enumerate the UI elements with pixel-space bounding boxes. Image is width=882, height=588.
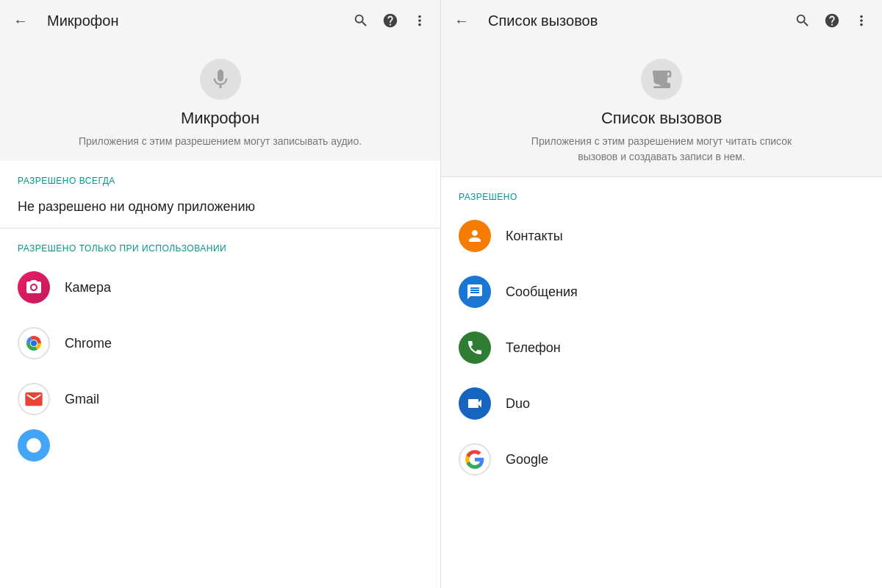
app-item-google[interactable]: Google bbox=[441, 431, 882, 487]
duo-app-name: Duo bbox=[506, 396, 530, 412]
app-item-contacts[interactable]: Контакты bbox=[441, 208, 882, 264]
app-item-phone[interactable]: Телефон bbox=[441, 320, 882, 376]
allowed-label: РАЗРЕШЕНО bbox=[441, 177, 882, 208]
app-item-chrome[interactable]: Chrome bbox=[0, 315, 440, 371]
contacts-icon bbox=[459, 220, 491, 252]
calllog-top-bar: ← Список вызовов bbox=[441, 0, 882, 41]
microphone-icon bbox=[200, 59, 241, 100]
chrome-app-name: Chrome bbox=[65, 336, 112, 351]
app-item-messages[interactable]: Сообщения bbox=[441, 264, 882, 320]
contacts-app-name: Контакты bbox=[506, 229, 563, 244]
svg-point-2 bbox=[31, 340, 37, 346]
search-button-right[interactable] bbox=[788, 6, 817, 35]
microphone-panel: ← Микрофон Микрофон Приложения с этим ра… bbox=[0, 0, 441, 588]
calllog-icon bbox=[641, 59, 682, 100]
calllog-title: Список вызовов bbox=[488, 12, 788, 29]
microphone-top-bar: ← Микрофон bbox=[0, 0, 440, 41]
messages-icon bbox=[459, 276, 491, 308]
phone-icon bbox=[459, 331, 491, 364]
messages-app-name: Сообщения bbox=[506, 284, 578, 300]
gmail-icon bbox=[18, 383, 50, 415]
duo-icon bbox=[459, 387, 491, 420]
calllog-perm-desc: Приложения с этим разрешением могут чита… bbox=[514, 134, 808, 165]
app-item-partial[interactable] bbox=[0, 427, 440, 464]
chrome-icon bbox=[18, 327, 50, 359]
google-app-name: Google bbox=[506, 452, 548, 467]
phone-app-name: Телефон bbox=[506, 340, 561, 356]
microphone-scroll-area[interactable]: РАЗРЕШЕНО ВСЕГДА Не разрешено ни одному … bbox=[0, 161, 440, 588]
help-button-left[interactable] bbox=[376, 6, 405, 35]
microphone-title: Микрофон bbox=[47, 12, 346, 29]
back-button-right[interactable]: ← bbox=[447, 6, 476, 35]
microphone-perm-header: Микрофон Приложения с этим разрешением м… bbox=[0, 41, 440, 161]
camera-app-name: Камера bbox=[65, 280, 111, 295]
back-button-left[interactable]: ← bbox=[6, 6, 35, 35]
app-item-gmail[interactable]: Gmail bbox=[0, 371, 440, 427]
more-button-right[interactable] bbox=[847, 6, 876, 35]
microphone-perm-desc: Приложения с этим разрешением могут запи… bbox=[79, 134, 362, 149]
help-button-right[interactable] bbox=[817, 6, 847, 35]
no-apps-text: Не разрешено ни одному приложению bbox=[0, 192, 440, 228]
allowed-on-use-label: РАЗРЕШЕНО ТОЛЬКО ПРИ ИСПОЛЬЗОВАНИИ bbox=[0, 229, 440, 259]
app-item-duo[interactable]: Duo bbox=[441, 376, 882, 431]
always-allowed-label: РАЗРЕШЕНО ВСЕГДА bbox=[0, 161, 440, 192]
calllog-perm-header: Список вызовов Приложения с этим разреше… bbox=[441, 41, 882, 176]
microphone-perm-title: Микрофон bbox=[181, 109, 259, 128]
more-button-left[interactable] bbox=[405, 6, 434, 35]
calllog-scroll-area[interactable]: РАЗРЕШЕНО Контакты Сообщения bbox=[441, 177, 882, 588]
camera-icon bbox=[18, 271, 50, 304]
calllog-perm-title: Список вызовов bbox=[601, 109, 722, 128]
google-icon bbox=[459, 443, 491, 476]
search-button-left[interactable] bbox=[346, 6, 376, 35]
gmail-app-name: Gmail bbox=[65, 392, 99, 407]
call-log-panel: ← Список вызовов Список вызовов Прило bbox=[441, 0, 882, 588]
partial-app-icon bbox=[18, 429, 50, 462]
app-item-camera[interactable]: Камера bbox=[0, 259, 440, 315]
svg-point-3 bbox=[26, 438, 41, 453]
